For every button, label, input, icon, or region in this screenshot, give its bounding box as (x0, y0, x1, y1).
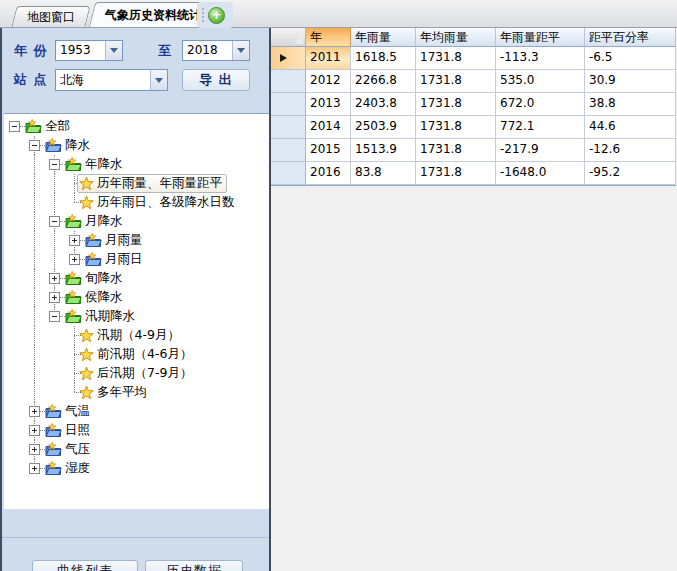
table-cell[interactable]: 772.1 (496, 116, 585, 139)
tree-node[interactable]: 月雨日 (85, 250, 143, 269)
tree-node[interactable]: 前汛期（4-6月） (79, 345, 192, 364)
table-cell[interactable]: 2266.8 (351, 70, 416, 93)
tree-node[interactable]: 汛期（4-9月） (79, 326, 180, 345)
table-cell[interactable]: 1731.8 (416, 116, 496, 139)
tree-node[interactable]: 历年雨日、各级降水日数 (79, 193, 235, 212)
column-header-1[interactable]: 年雨量 (351, 28, 416, 47)
row-selector[interactable] (271, 139, 306, 162)
row-selector[interactable] (271, 93, 306, 116)
collapse-icon[interactable] (9, 121, 20, 132)
expand-icon[interactable] (69, 254, 80, 265)
table-cell[interactable]: 1731.8 (416, 139, 496, 162)
tree-item[interactable]: 湿度 (4, 459, 271, 478)
tree-node[interactable]: 侯降水 (65, 288, 123, 307)
table-cell[interactable]: 1618.5 (351, 47, 416, 70)
tab-map-window[interactable]: 地图窗口 (11, 6, 90, 27)
year-to-combobox[interactable]: 2018 (182, 40, 250, 61)
tree-node[interactable]: 旬降水 (65, 269, 123, 288)
tree-item[interactable]: 全部 (4, 117, 271, 136)
table-cell[interactable]: 38.8 (585, 93, 676, 116)
tree-node[interactable]: 后汛期（7-9月） (79, 364, 192, 383)
collapse-icon[interactable] (49, 311, 60, 322)
tree-item[interactable]: 历年雨量、年雨量距平 (4, 174, 271, 193)
chevron-down-icon[interactable] (232, 41, 249, 60)
table-cell[interactable]: 44.6 (585, 116, 676, 139)
tree-item[interactable]: 后汛期（7-9月） (4, 364, 271, 383)
column-header-4[interactable]: 距平百分率 (585, 28, 676, 47)
tree-item[interactable]: 气温 (4, 402, 271, 421)
station-combobox[interactable]: 北海 (55, 69, 168, 91)
tree-node[interactable]: 年降水 (65, 155, 123, 174)
table-cell[interactable]: 1731.8 (416, 47, 496, 70)
column-header-2[interactable]: 年均雨量 (416, 28, 496, 47)
tree-item[interactable]: 月雨量 (4, 231, 271, 250)
select-all-corner-cell[interactable] (271, 28, 306, 47)
export-button[interactable]: 导 出 (182, 69, 250, 91)
table-cell[interactable]: 672.0 (496, 93, 585, 116)
tree-item[interactable]: 汛期降水 (4, 307, 271, 326)
chevron-down-icon[interactable] (150, 70, 167, 90)
tree-node[interactable]: 全部 (25, 117, 70, 136)
tree-item[interactable]: 月降水 (4, 212, 271, 231)
tree-node[interactable]: 气温 (45, 402, 90, 421)
table-cell[interactable]: 1513.9 (351, 139, 416, 162)
table-cell[interactable]: -95.2 (585, 162, 676, 185)
table-cell[interactable]: -113.3 (496, 47, 585, 70)
expand-icon[interactable] (49, 273, 60, 284)
expand-icon[interactable] (69, 235, 80, 246)
tree-item[interactable]: 侯降水 (4, 288, 271, 307)
year-from-combobox[interactable]: 1953 (55, 40, 123, 61)
tree-node[interactable]: 多年平均 (79, 383, 147, 402)
tree-node[interactable]: 汛期降水 (65, 307, 135, 326)
table-cell[interactable]: 1731.8 (416, 70, 496, 93)
table-cell[interactable]: 2503.9 (351, 116, 416, 139)
expand-icon[interactable] (29, 444, 40, 455)
table-cell[interactable]: 1731.8 (416, 162, 496, 185)
tree-item[interactable]: 月雨日 (4, 250, 271, 269)
tree-node[interactable]: 日照 (45, 421, 90, 440)
tree-item[interactable]: 旬降水 (4, 269, 271, 288)
collapse-icon[interactable] (29, 140, 40, 151)
table-cell[interactable]: 30.9 (585, 70, 676, 93)
table-cell[interactable]: 1731.8 (416, 93, 496, 116)
tree-node[interactable]: 月降水 (65, 212, 123, 231)
column-header-3[interactable]: 年雨量距平 (496, 28, 585, 47)
table-cell[interactable]: 2403.8 (351, 93, 416, 116)
tree-node[interactable]: 月雨量 (85, 231, 143, 250)
table-cell[interactable]: 2014 (306, 116, 351, 139)
plus-icon[interactable]: + (208, 7, 225, 24)
expand-icon[interactable] (29, 425, 40, 436)
tree-item[interactable]: 气压 (4, 440, 271, 459)
table-cell[interactable]: 2012 (306, 70, 351, 93)
curve-list-button[interactable]: 曲线列表 (32, 560, 138, 571)
tree-item[interactable]: 降水 (4, 136, 271, 155)
table-cell[interactable]: 2016 (306, 162, 351, 185)
table-cell[interactable]: -6.5 (585, 47, 676, 70)
column-header-0[interactable]: 年 (306, 28, 351, 47)
row-selector[interactable] (271, 162, 306, 185)
tree-node[interactable]: 气压 (45, 440, 90, 459)
tree-node[interactable]: 降水 (45, 136, 90, 155)
table-cell[interactable]: 83.8 (351, 162, 416, 185)
table-cell[interactable]: -217.9 (496, 139, 585, 162)
tree-item[interactable]: 多年平均 (4, 383, 271, 402)
tree-node[interactable]: 湿度 (45, 459, 90, 478)
tree-item[interactable]: 年降水 (4, 155, 271, 174)
chevron-down-icon[interactable] (105, 41, 122, 60)
collapse-icon[interactable] (49, 216, 60, 227)
expand-icon[interactable] (49, 292, 60, 303)
table-cell[interactable]: 2013 (306, 93, 351, 116)
tree-item[interactable]: 历年雨日、各级降水日数 (4, 193, 271, 212)
row-selector[interactable] (271, 116, 306, 139)
tree-item[interactable]: 前汛期（4-6月） (4, 345, 271, 364)
table-cell[interactable]: -1648.0 (496, 162, 585, 185)
expand-icon[interactable] (29, 406, 40, 417)
tree-node[interactable]: 历年雨量、年雨量距平 (77, 174, 227, 193)
expand-icon[interactable] (29, 463, 40, 474)
table-cell[interactable]: 2011 (306, 47, 351, 70)
collapse-icon[interactable] (49, 159, 60, 170)
table-cell[interactable]: 2015 (306, 139, 351, 162)
row-selector-current[interactable] (271, 47, 306, 70)
tree-item[interactable]: 汛期（4-9月） (4, 326, 271, 345)
tree-item[interactable]: 日照 (4, 421, 271, 440)
